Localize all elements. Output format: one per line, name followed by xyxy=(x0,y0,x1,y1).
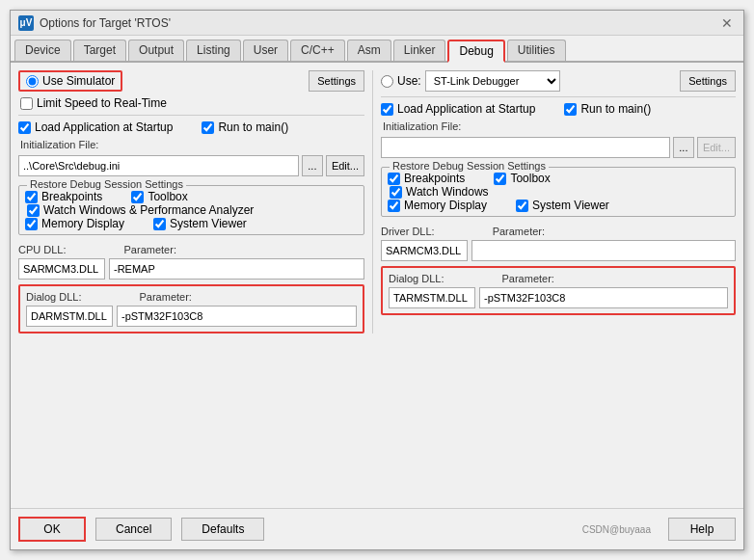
left-sysviewer-checkbox[interactable] xyxy=(153,218,166,230)
simulator-row: Use Simulator Settings xyxy=(18,70,364,92)
tab-user[interactable]: User xyxy=(243,40,288,61)
right-init-file-input[interactable] xyxy=(381,137,670,158)
left-edit-button[interactable]: Edit... xyxy=(326,155,364,176)
help-button[interactable]: Help xyxy=(668,518,736,541)
right-toolbox-label: Toolbox xyxy=(510,172,550,185)
two-column-layout: Use Simulator Settings Limit Speed to Re… xyxy=(18,70,736,333)
left-restore-group: Restore Debug Session Settings Breakpoin… xyxy=(18,185,364,235)
left-toolbox-label: Toolbox xyxy=(148,190,187,203)
right-memory-checkbox[interactable] xyxy=(388,200,400,212)
tab-asm[interactable]: Asm xyxy=(347,40,391,61)
left-init-file-input[interactable] xyxy=(18,155,299,176)
right-run-to-main-checkbox[interactable] xyxy=(564,103,577,116)
app-icon: μV xyxy=(18,15,34,31)
left-init-file-label: Initialization File: xyxy=(20,139,364,150)
tab-output[interactable]: Output xyxy=(128,40,184,61)
right-toolbox-checkbox[interactable] xyxy=(494,173,506,185)
left-run-to-main-check: Run to main() xyxy=(202,120,288,134)
right-edit-button[interactable]: Edit... xyxy=(697,137,736,158)
right-driver-param-input[interactable] xyxy=(471,240,736,261)
left-sysviewer-check: System Viewer xyxy=(153,217,247,230)
right-use-radio[interactable] xyxy=(381,75,393,88)
right-dialog-dll-input[interactable] xyxy=(389,287,475,308)
left-init-file-row: ... Edit... xyxy=(18,155,364,176)
tab-utilities[interactable]: Utilities xyxy=(507,40,566,61)
left-dialog-inputs xyxy=(26,306,357,327)
limit-speed-label: Limit Speed to Real-Time xyxy=(37,96,167,110)
left-restore-group-title: Restore Debug Session Settings xyxy=(27,178,186,190)
tab-cpp[interactable]: C/C++ xyxy=(290,40,345,61)
ok-button[interactable]: OK xyxy=(18,517,86,542)
main-window: μV Options for Target 'RTOS' ✕ Device Ta… xyxy=(10,10,744,550)
left-watch-label: Watch Windows & Performance Analyzer xyxy=(43,203,254,217)
tab-debug[interactable]: Debug xyxy=(447,40,504,63)
limit-speed-checkbox[interactable] xyxy=(20,97,33,110)
left-memory-checkbox[interactable] xyxy=(25,218,38,230)
left-breakpoints-checkbox[interactable] xyxy=(25,191,38,203)
right-watch-checkbox[interactable] xyxy=(390,186,402,199)
tab-target[interactable]: Target xyxy=(73,40,126,61)
title-bar-left: μV Options for Target 'RTOS' xyxy=(18,15,171,31)
left-cpu-param-input[interactable] xyxy=(109,258,364,280)
left-browse-button[interactable]: ... xyxy=(302,155,323,176)
right-dll-inputs xyxy=(381,240,736,261)
left-dialog-dll-label: Dialog DLL: xyxy=(26,291,81,303)
left-memory-row: Memory Display System Viewer xyxy=(25,217,358,230)
footer-buttons: OK Cancel Defaults CSDN@buyaaa Help xyxy=(11,508,743,549)
left-dll-inputs xyxy=(18,258,364,280)
right-driver-dll-input[interactable] xyxy=(381,240,468,261)
right-run-to-main-label: Run to main() xyxy=(580,102,651,116)
left-cpu-dll-input[interactable] xyxy=(18,258,105,280)
left-load-app-checkbox[interactable] xyxy=(18,121,31,134)
left-memory-check: Memory Display xyxy=(25,217,124,230)
tab-listing[interactable]: Listing xyxy=(186,40,241,61)
left-dll-labels: CPU DLL: Parameter: xyxy=(18,244,364,255)
cancel-button[interactable]: Cancel xyxy=(95,518,172,541)
right-watch-label: Watch Windows xyxy=(406,185,489,199)
right-memory-row: Memory Display System Viewer xyxy=(388,199,729,212)
left-load-app-check: Load Application at Startup xyxy=(18,120,173,134)
close-button[interactable]: ✕ xyxy=(718,14,736,32)
left-dll-section: CPU DLL: Parameter: xyxy=(18,244,364,280)
left-cpu-dll-label: CPU DLL: xyxy=(18,244,67,255)
left-cpu-param-label: Parameter: xyxy=(124,244,176,255)
right-dialog-dll-label: Dialog DLL: xyxy=(389,273,444,284)
left-sysviewer-label: System Viewer xyxy=(170,217,247,230)
left-watch-checkbox[interactable] xyxy=(27,204,40,217)
tab-device[interactable]: Device xyxy=(14,40,71,61)
left-breakpoints-check: Breakpoints xyxy=(25,190,102,203)
tabs-bar: Device Target Output Listing User C/C++ … xyxy=(11,36,743,63)
right-driver-param-label: Parameter: xyxy=(493,226,545,237)
right-settings-button[interactable]: Settings xyxy=(680,70,736,92)
use-simulator-box: Use Simulator xyxy=(18,70,122,92)
use-simulator-radio[interactable] xyxy=(26,75,39,88)
window-title: Options for Target 'RTOS' xyxy=(40,16,171,30)
title-bar: μV Options for Target 'RTOS' ✕ xyxy=(11,11,743,36)
left-dialog-param-label: Parameter: xyxy=(139,291,191,303)
left-settings-button[interactable]: Settings xyxy=(309,70,364,92)
left-dialog-dll-input[interactable] xyxy=(26,306,113,327)
right-breakpoints-checkbox[interactable] xyxy=(388,173,400,185)
right-memory-label: Memory Display xyxy=(404,199,487,212)
right-load-app-row: Load Application at Startup Run to main(… xyxy=(381,102,736,116)
right-memory-check: Memory Display xyxy=(388,199,487,212)
left-dialog-param-input[interactable] xyxy=(117,306,357,327)
right-toolbox-check: Toolbox xyxy=(494,172,550,185)
tab-linker[interactable]: Linker xyxy=(393,40,446,61)
right-breakpoints-check: Breakpoints xyxy=(388,172,465,185)
left-load-app-row: Load Application at Startup Run to main(… xyxy=(18,120,364,134)
right-restore-group-title: Restore Debug Session Settings xyxy=(390,160,549,172)
right-run-to-main-check: Run to main() xyxy=(564,102,651,116)
right-debugger-select[interactable]: ST-Link Debugger xyxy=(425,70,560,92)
left-run-to-main-checkbox[interactable] xyxy=(202,121,214,134)
right-load-app-check: Load Application at Startup xyxy=(381,102,535,116)
right-sysviewer-checkbox[interactable] xyxy=(516,200,528,212)
left-watch-row: Watch Windows & Performance Analyzer xyxy=(27,203,358,217)
left-toolbox-checkbox[interactable] xyxy=(131,191,144,203)
right-dialog-labels: Dialog DLL: Parameter: xyxy=(389,273,728,284)
right-load-app-checkbox[interactable] xyxy=(381,103,393,116)
left-breakpoints-row: Breakpoints Toolbox xyxy=(25,190,358,203)
right-dialog-param-input[interactable] xyxy=(479,287,728,308)
right-browse-button[interactable]: ... xyxy=(673,137,694,158)
defaults-button[interactable]: Defaults xyxy=(181,518,264,541)
